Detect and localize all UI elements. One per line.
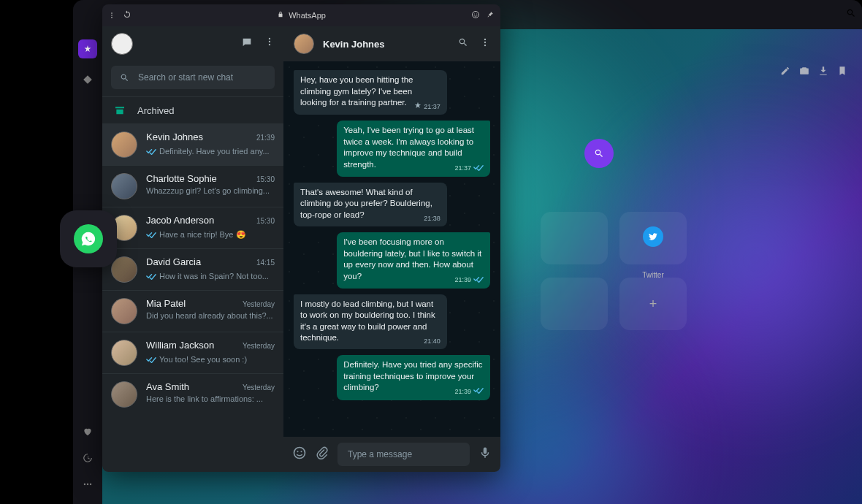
bookmark-icon[interactable] bbox=[837, 66, 847, 79]
message-list[interactable]: Hey, have you been hitting the climbing … bbox=[283, 61, 500, 437]
contact-avatar[interactable] bbox=[294, 34, 314, 54]
message-in[interactable]: That's awesome! What kind of climbing do… bbox=[294, 183, 447, 226]
pin-icon[interactable] bbox=[486, 9, 495, 22]
chat-time: 15:30 bbox=[256, 175, 275, 183]
search-button[interactable] bbox=[584, 139, 614, 168]
search-icon[interactable] bbox=[458, 37, 468, 50]
message-time: 21:37 bbox=[414, 102, 440, 111]
svg-point-13 bbox=[269, 44, 270, 45]
history-icon[interactable] bbox=[81, 451, 94, 465]
read-checks-icon bbox=[146, 270, 156, 283]
chat-list-item[interactable]: David Garcia14:15How it was in Spain? No… bbox=[102, 248, 283, 290]
chat-name: David Garcia bbox=[146, 256, 201, 267]
sidebar-header bbox=[102, 26, 283, 61]
attach-icon[interactable] bbox=[316, 446, 329, 462]
svg-point-4 bbox=[90, 484, 91, 485]
read-checks-icon bbox=[146, 353, 156, 366]
new-chat-icon[interactable] bbox=[241, 37, 253, 51]
chat-time: Yesterday bbox=[243, 342, 275, 350]
diamond-icon[interactable] bbox=[81, 73, 94, 86]
more-icon[interactable] bbox=[81, 478, 94, 491]
camera-icon[interactable] bbox=[799, 66, 809, 79]
emoji-icon[interactable] bbox=[292, 446, 307, 463]
chat-list-item[interactable]: Kevin Johnes21:39Definitely. Have you tr… bbox=[102, 123, 283, 165]
chat-preview: Did you heard already about this?... bbox=[146, 311, 275, 320]
svg-point-17 bbox=[294, 448, 305, 459]
chat-preview: Here is the link to affirmations: ... bbox=[146, 394, 275, 403]
chat-preview: Definitely. Have you tried any... bbox=[159, 147, 275, 156]
message-input[interactable]: Type a message bbox=[337, 443, 470, 466]
chat-list-item[interactable]: Ava SmithYesterdayHere is the link to af… bbox=[102, 373, 283, 415]
avatar bbox=[111, 173, 137, 199]
browser-search-icon[interactable] bbox=[846, 8, 856, 21]
message-text: I've been focusing more on bouldering la… bbox=[343, 237, 481, 280]
read-checks-icon bbox=[146, 145, 156, 158]
emoji-icon[interactable] bbox=[471, 9, 480, 22]
message-text: That's awesome! What kind of climbing do… bbox=[300, 188, 432, 219]
chat-time: Yesterday bbox=[243, 383, 275, 392]
speed-dial-tile-twitter[interactable]: Twitter bbox=[619, 212, 687, 264]
message-in[interactable]: I mostly do lead climbing, but I want to… bbox=[294, 294, 447, 350]
mic-icon[interactable] bbox=[478, 446, 492, 462]
chat-time: 14:15 bbox=[256, 259, 275, 267]
archived-button[interactable]: Archived bbox=[102, 96, 283, 123]
chat-name: Jacob Anderson bbox=[146, 215, 214, 226]
download-icon[interactable] bbox=[818, 66, 828, 79]
speed-dial-tile[interactable] bbox=[541, 212, 608, 264]
canvas-action-icons bbox=[780, 66, 847, 79]
read-checks-icon bbox=[473, 164, 484, 173]
panel-address[interactable]: WhatsApp bbox=[137, 11, 465, 20]
chat-list[interactable]: Kevin Johnes21:39Definitely. Have you tr… bbox=[102, 123, 283, 472]
heart-icon[interactable] bbox=[81, 425, 94, 438]
svg-point-19 bbox=[301, 451, 302, 452]
conversation-header: Kevin Johnes bbox=[283, 26, 500, 61]
chat-time: 21:39 bbox=[256, 134, 275, 142]
lock-icon bbox=[277, 11, 284, 20]
svg-point-16 bbox=[484, 45, 486, 46]
chat-preview: Whazzzup girl? Let's go climbing... bbox=[146, 186, 275, 195]
message-input-bar: Type a message bbox=[283, 437, 500, 472]
message-out[interactable]: Yeah, I've been trying to go at least tw… bbox=[337, 121, 490, 177]
chat-name: William Jackson bbox=[146, 340, 214, 351]
svg-point-18 bbox=[297, 451, 299, 452]
chat-preview: How it was in Spain? Not too... bbox=[159, 272, 275, 280]
message-time: 21:40 bbox=[424, 337, 440, 345]
message-time: 21:39 bbox=[454, 386, 484, 396]
svg-point-2 bbox=[84, 484, 85, 485]
message-out[interactable]: I've been focusing more on bouldering la… bbox=[337, 232, 490, 289]
message-time: 21:37 bbox=[454, 164, 484, 173]
svg-point-6 bbox=[111, 15, 112, 16]
speed-dial-tile[interactable] bbox=[541, 278, 608, 330]
chat-list-item[interactable]: Charlotte Sophie15:30Whazzzup girl? Let'… bbox=[102, 165, 283, 207]
svg-point-7 bbox=[111, 17, 112, 18]
menu-icon[interactable] bbox=[264, 37, 275, 51]
reload-icon[interactable] bbox=[123, 9, 131, 22]
read-checks-icon bbox=[473, 275, 484, 285]
svg-point-3 bbox=[87, 484, 88, 485]
read-checks-icon bbox=[473, 386, 484, 396]
aria-icon[interactable] bbox=[78, 39, 97, 58]
chat-search-placeholder: Search or start new chat bbox=[138, 72, 233, 83]
menu-icon[interactable] bbox=[480, 37, 490, 50]
chat-sidebar: Search or start new chat Archived Kevin … bbox=[102, 26, 283, 472]
panel-address-bar: WhatsApp bbox=[102, 4, 500, 26]
message-text: Yeah, I've been trying to go at least tw… bbox=[343, 126, 474, 169]
input-placeholder: Type a message bbox=[348, 449, 412, 459]
speed-dial-add-tile[interactable]: + bbox=[619, 278, 687, 330]
chat-list-item[interactable]: Mia PatelYesterdayDid you heard already … bbox=[102, 290, 283, 332]
my-avatar[interactable] bbox=[111, 33, 133, 55]
read-checks-icon bbox=[146, 228, 156, 241]
svg-point-12 bbox=[269, 41, 270, 42]
chat-list-item[interactable]: William JacksonYesterdayYou too! See you… bbox=[102, 332, 283, 373]
message-out[interactable]: Definitely. Have you tried any specific … bbox=[337, 355, 490, 400]
panel-menu-icon[interactable] bbox=[108, 9, 115, 22]
chat-search[interactable]: Search or start new chat bbox=[111, 66, 275, 89]
edit-icon[interactable] bbox=[780, 66, 790, 79]
whatsapp-sidebar-button[interactable] bbox=[60, 210, 117, 267]
message-in[interactable]: Hey, have you been hitting the climbing … bbox=[294, 70, 447, 115]
message-time: 21:39 bbox=[454, 275, 484, 285]
svg-point-14 bbox=[484, 39, 486, 40]
avatar bbox=[111, 340, 137, 366]
chat-list-item[interactable]: Jacob Anderson15:30Have a nice trip! Bye… bbox=[102, 207, 283, 248]
contact-name: Kevin Johnes bbox=[323, 39, 385, 50]
